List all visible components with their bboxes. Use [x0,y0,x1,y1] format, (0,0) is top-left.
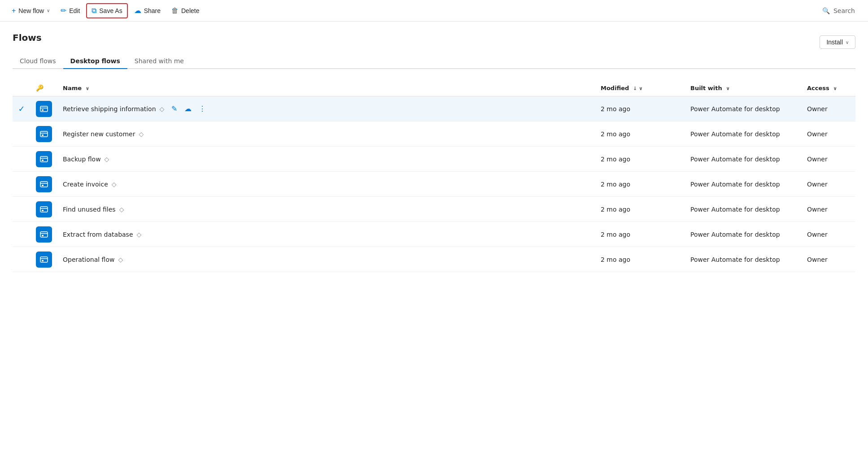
row-checkbox[interactable] [13,172,31,197]
edit-button[interactable]: ✏ Edit [56,4,84,17]
flow-icon-box [36,252,52,268]
row-checkbox[interactable] [13,197,31,222]
tabs: Cloud flows Desktop flows Shared with me [13,54,855,69]
tab-desktop-flows[interactable]: Desktop flows [63,54,127,69]
row-flow-icon [31,172,57,197]
tab-cloud-flows[interactable]: Cloud flows [13,54,63,69]
row-builtwith: Power Automate for desktop [685,96,802,121]
search-icon: 🔍 [822,7,830,14]
flow-icon-box [36,201,52,217]
access-sort-icon: ∨ [833,86,837,91]
chevron-down-icon: ∨ [47,8,50,13]
premium-icon: ◇ [112,181,117,188]
col-checkbox [13,80,31,96]
table-row[interactable]: ✓ Retrieve shipping information ◇ ✎ ☁ ⋮ … [13,96,855,121]
name-actions-row: Extract from database ◇ [63,231,590,238]
table-row[interactable]: Operational flow ◇ 2 mo agoPower Automat… [13,247,855,272]
row-checkbox[interactable] [13,247,31,272]
row-name-cell: Find unused files ◇ [57,197,595,222]
flow-name: Operational flow ◇ [63,256,123,263]
col-builtwith[interactable]: Built with ∨ [685,80,802,96]
row-flow-icon [31,222,57,247]
row-name-cell: Retrieve shipping information ◇ ✎ ☁ ⋮ [57,96,595,121]
row-flow-icon [31,121,57,147]
save-as-icon: ⧉ [92,7,96,15]
save-as-button[interactable]: ⧉ Save As [86,3,127,18]
row-share-button[interactable]: ☁ [183,103,193,115]
flow-name-text: Backup flow [63,156,101,163]
row-builtwith: Power Automate for desktop [685,147,802,172]
flow-name: Create invoice ◇ [63,181,117,188]
row-checkbox[interactable] [13,121,31,147]
row-name-cell: Backup flow ◇ [57,147,595,172]
page-title: Flows [13,32,42,43]
svg-rect-11 [42,185,44,186]
row-modified: 2 mo ago [595,172,685,197]
table-row[interactable]: Create invoice ◇ 2 mo agoPower Automate … [13,172,855,197]
row-modified: 2 mo ago [595,197,685,222]
name-sort-icon: ∨ [86,86,90,91]
new-flow-button[interactable]: + New flow ∨ [7,4,54,17]
table-row[interactable]: Backup flow ◇ 2 mo agoPower Automate for… [13,147,855,172]
install-label: Install [826,39,843,46]
row-builtwith: Power Automate for desktop [685,197,802,222]
row-modified: 2 mo ago [595,222,685,247]
svg-rect-20 [42,260,44,261]
plus-icon: + [12,7,16,15]
row-edit-button[interactable]: ✎ [170,103,179,115]
row-checkbox[interactable] [13,222,31,247]
row-modified: 2 mo ago [595,121,685,147]
row-name-cell: Register new customer ◇ [57,121,595,147]
flow-name: Retrieve shipping information ◇ [63,105,164,113]
row-access: Owner [802,96,855,121]
svg-rect-8 [42,160,44,161]
edit-icon: ✏ [61,6,66,15]
install-button[interactable]: Install ∨ [820,35,855,49]
svg-rect-14 [42,210,44,211]
delete-label: Delete [181,7,199,14]
premium-icon: ◇ [160,105,165,113]
table-row[interactable]: Find unused files ◇ 2 mo agoPower Automa… [13,197,855,222]
flows-table: 🔑 Name ∨ Modified ↓ ∨ Built with ∨ Acces… [13,80,855,272]
row-modified: 2 mo ago [595,96,685,121]
row-actions: ✎ ☁ ⋮ [170,103,208,115]
svg-rect-3 [40,131,48,137]
row-access: Owner [802,222,855,247]
key-icon: 🔑 [36,84,44,91]
table-row[interactable]: Extract from database ◇ 2 mo agoPower Au… [13,222,855,247]
row-checkbox[interactable] [13,147,31,172]
row-flow-icon [31,147,57,172]
tab-shared-with-me[interactable]: Shared with me [127,54,191,69]
row-flow-icon [31,247,57,272]
row-modified: 2 mo ago [595,147,685,172]
col-icon: 🔑 [31,80,57,96]
search-box[interactable]: 🔍 Search [816,4,861,17]
flow-name-text: Operational flow [63,256,114,263]
flow-icon-box [36,101,52,117]
flow-name: Backup flow ◇ [63,156,109,163]
premium-icon: ◇ [118,256,123,263]
flow-name-text: Extract from database [63,231,133,238]
name-actions-row: Operational flow ◇ [63,256,590,263]
col-name[interactable]: Name ∨ [57,80,595,96]
row-flow-icon [31,96,57,121]
row-name-cell: Extract from database ◇ [57,222,595,247]
svg-rect-5 [42,134,44,136]
header-row: Flows Install ∨ [13,32,855,52]
flow-icon-box [36,176,52,192]
delete-button[interactable]: 🗑 Delete [167,4,204,17]
search-placeholder: Search [833,7,855,14]
row-access: Owner [802,197,855,222]
row-checkbox[interactable]: ✓ [13,96,31,121]
table-row[interactable]: Register new customer ◇ 2 mo agoPower Au… [13,121,855,147]
share-icon: ☁ [134,6,141,15]
share-button[interactable]: ☁ Share [130,4,165,17]
premium-icon: ◇ [137,231,142,238]
premium-icon: ◇ [105,156,109,163]
premium-icon: ◇ [119,206,124,213]
new-flow-label: New flow [18,7,44,14]
col-access[interactable]: Access ∨ [802,80,855,96]
row-more-button[interactable]: ⋮ [197,103,208,115]
row-modified: 2 mo ago [595,247,685,272]
col-modified[interactable]: Modified ↓ ∨ [595,80,685,96]
